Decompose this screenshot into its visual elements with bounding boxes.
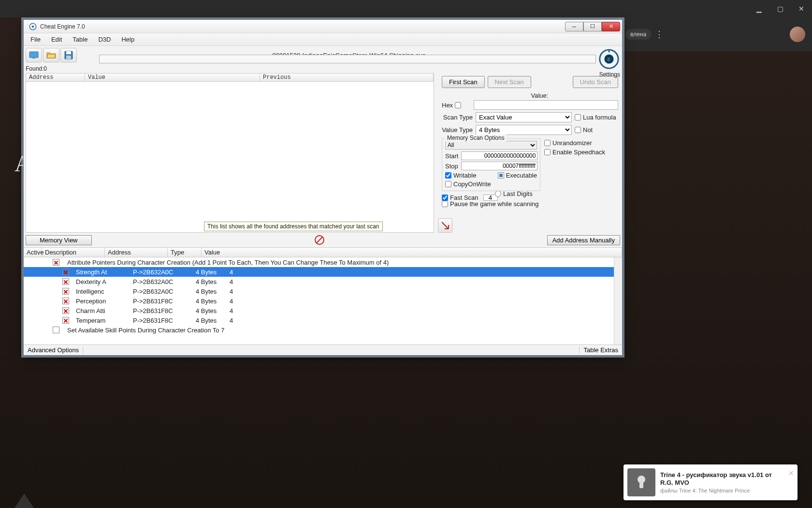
menu-d3d[interactable]: D3D [93, 34, 116, 45]
active-checkbox[interactable] [62, 288, 69, 295]
window-controls: ─ ☐ ✕ [565, 22, 620, 31]
writable-checkbox[interactable] [445, 172, 451, 179]
address-table-body[interactable]: Attribute Pointers During Character Crea… [24, 257, 622, 344]
advanced-options-button[interactable]: Advanced Options [24, 346, 83, 354]
notification-title: Trine 4 - русификатор звука v1.01 от R.G… [660, 471, 783, 486]
scan-type-label: Scan Type [442, 114, 473, 121]
hex-checkbox[interactable] [455, 102, 461, 108]
table-row[interactable]: Temperam P->2B631F8C 4 Bytes 4 [24, 315, 622, 325]
active-checkbox[interactable] [62, 278, 69, 285]
address-table: Active Description Address Type Value At… [24, 247, 622, 344]
next-scan-button[interactable]: Next Scan [488, 76, 531, 88]
browser-menu-icon[interactable]: ⋮ [655, 29, 664, 40]
results-tooltip: This list shows all the found addresses … [204, 222, 383, 231]
clear-list-icon[interactable] [314, 235, 325, 245]
col-active[interactable]: Active [24, 248, 42, 257]
menubar: File Edit Table D3D Help [24, 33, 622, 46]
scan-panel: First Scan Next Scan Undo Scan Value: He… [434, 73, 622, 233]
fast-scan-checkbox[interactable] [442, 194, 448, 201]
footer: Advanced Options Table Extras [24, 344, 622, 355]
add-address-manually-button[interactable]: Add Address Manually [547, 235, 620, 245]
notification-subtitle: файлы Trine 4: The Nightmare Prince [660, 488, 783, 493]
copyonwrite-checkbox[interactable] [445, 181, 451, 187]
table-row[interactable]: Strength At P->2B632A0C 4 Bytes 4 [24, 267, 622, 277]
speedhack-checkbox[interactable] [544, 149, 551, 155]
cheat-engine-window: Cheat Engine 7.0 ─ ☐ ✕ File Edit Table D… [23, 19, 623, 356]
memory-view-button[interactable]: Memory View [26, 235, 92, 245]
active-checkbox[interactable] [62, 317, 69, 324]
table-group-row[interactable]: Attribute Pointers During Character Crea… [24, 257, 622, 267]
active-checkbox[interactable] [53, 259, 59, 266]
notification-icon [627, 468, 655, 496]
scan-type-select[interactable]: Exact Value [476, 112, 572, 122]
not-checkbox[interactable] [575, 127, 581, 133]
active-checkbox[interactable] [62, 298, 69, 304]
results-header: Address Value Previous [26, 73, 434, 82]
cheat-engine-logo-icon[interactable]: E [598, 48, 620, 70]
executable-checkbox[interactable] [498, 172, 504, 179]
table-row[interactable]: Perception P->2B631F8C 4 Bytes 4 [24, 296, 622, 306]
download-notification[interactable]: Trine 4 - русификатор звука v1.01 от R.G… [624, 464, 798, 500]
svg-rect-13 [639, 482, 643, 488]
pause-game-checkbox[interactable] [442, 201, 448, 207]
menu-help[interactable]: Help [116, 34, 139, 45]
select-process-button[interactable] [26, 48, 42, 62]
table-row[interactable]: Dexterity A P->2B632A0C 4 Bytes 4 [24, 277, 622, 286]
active-checkbox[interactable] [62, 269, 69, 275]
os-maximize-icon[interactable]: ▢ [773, 4, 787, 14]
unrandomizer-checkbox[interactable] [544, 140, 551, 146]
svg-rect-3 [32, 58, 35, 59]
first-scan-button[interactable]: First Scan [442, 76, 485, 88]
col-value[interactable]: Value [85, 74, 260, 81]
open-button[interactable] [43, 48, 59, 62]
table-scrollbar[interactable] [614, 257, 622, 344]
menu-table[interactable]: Table [68, 34, 92, 45]
value-type-select[interactable]: 4 Bytes [476, 125, 572, 135]
last-digits-radio[interactable] [495, 191, 501, 197]
col-address[interactable]: Address [26, 74, 85, 81]
found-count: Found:0 [24, 64, 622, 73]
col-previous[interactable]: Previous [260, 74, 434, 81]
window-title: Cheat Engine 7.0 [40, 23, 85, 30]
col-type[interactable]: Type [168, 248, 202, 257]
save-button[interactable] [60, 48, 77, 62]
app-icon [29, 22, 37, 31]
minimize-button[interactable]: ─ [565, 22, 583, 31]
active-checkbox[interactable] [62, 307, 69, 314]
results-list[interactable]: This list shows all the found addresses … [26, 82, 434, 233]
notification-close-icon[interactable]: × [788, 468, 794, 478]
memory-region-select[interactable]: All [445, 141, 537, 149]
add-to-list-button[interactable] [438, 218, 452, 233]
col-address2[interactable]: Address [105, 248, 168, 257]
value-label: Value: [461, 92, 618, 99]
table-row[interactable]: Intelligenc P->2B632A0C 4 Bytes 4 [24, 286, 622, 296]
svg-point-12 [638, 476, 645, 483]
svg-rect-5 [66, 51, 71, 54]
os-close-icon[interactable]: ✕ [795, 4, 808, 14]
settings-link[interactable]: Settings [599, 71, 620, 78]
titlebar[interactable]: Cheat Engine 7.0 ─ ☐ ✕ [24, 20, 622, 33]
maximize-button[interactable]: ☐ [583, 22, 602, 31]
menu-edit[interactable]: Edit [46, 34, 67, 45]
browser-toolbar: влена ⋮ [619, 17, 812, 51]
value-type-label: Value Type [442, 126, 473, 134]
close-button[interactable]: ✕ [602, 22, 620, 31]
hex-label: Hex [442, 102, 471, 109]
os-titlebar: ▁ ▢ ✕ [0, 0, 812, 17]
table-extras-button[interactable]: Table Extras [579, 346, 622, 354]
translate-badge[interactable]: влена [625, 29, 651, 40]
col-description[interactable]: Description [42, 248, 105, 257]
value-input[interactable] [474, 100, 618, 110]
col-value2[interactable]: Value [202, 248, 622, 257]
active-checkbox[interactable] [53, 327, 59, 333]
svg-line-11 [317, 237, 322, 243]
os-minimize-icon[interactable]: ▁ [752, 4, 766, 14]
avatar[interactable] [790, 27, 805, 42]
lua-formula-checkbox[interactable] [575, 114, 581, 120]
table-group-row[interactable]: Set Available Skill Points During Charac… [24, 325, 622, 335]
start-address-input[interactable] [461, 151, 537, 160]
stop-address-input[interactable] [461, 162, 537, 170]
svg-rect-2 [29, 52, 38, 58]
table-row[interactable]: Charm Atti P->2B631F8C 4 Bytes 4 [24, 306, 622, 315]
menu-file[interactable]: File [26, 34, 45, 45]
